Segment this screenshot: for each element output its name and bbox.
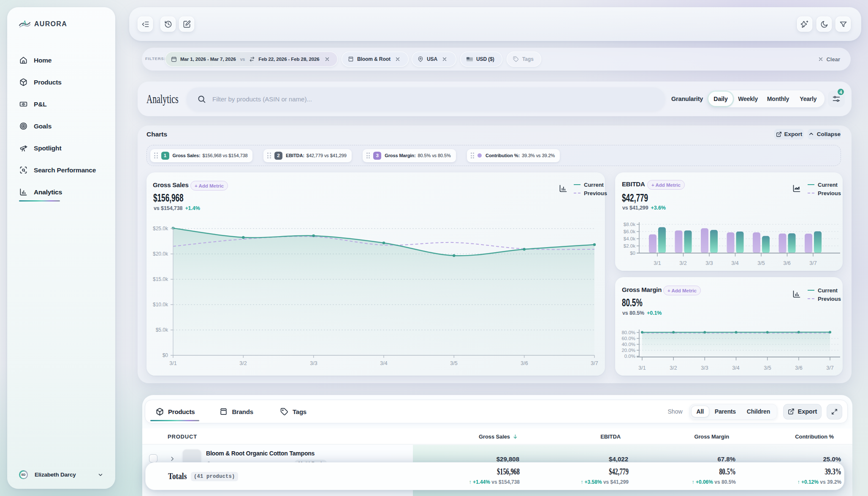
svg-text:3/6: 3/6 — [795, 365, 802, 371]
svg-text:$20.0k: $20.0k — [153, 251, 168, 257]
svg-text:3/4: 3/4 — [380, 360, 387, 366]
svg-text:60.0%: 60.0% — [621, 336, 635, 341]
svg-text:0.0%: 0.0% — [624, 354, 635, 359]
svg-text:3/5: 3/5 — [757, 260, 765, 266]
svg-text:3/2: 3/2 — [239, 360, 247, 366]
svg-text:3/2: 3/2 — [670, 365, 677, 371]
svg-text:3/7: 3/7 — [591, 360, 598, 366]
svg-text:3/5: 3/5 — [764, 365, 771, 371]
svg-text:$5.0k: $5.0k — [156, 327, 168, 333]
svg-text:3/6: 3/6 — [783, 260, 790, 266]
svg-text:$8.0k: $8.0k — [624, 222, 635, 227]
svg-text:3/1: 3/1 — [169, 360, 176, 366]
svg-text:3/1: 3/1 — [638, 365, 646, 371]
svg-text:$25.0k: $25.0k — [153, 226, 168, 232]
svg-text:3/3: 3/3 — [701, 365, 708, 371]
svg-text:3/3: 3/3 — [310, 360, 317, 366]
svg-text:3/3: 3/3 — [705, 260, 713, 266]
svg-text:3/2: 3/2 — [679, 260, 686, 266]
svg-text:20.0%: 20.0% — [621, 348, 635, 353]
svg-text:$6.0k: $6.0k — [624, 229, 635, 234]
svg-text:$0: $0 — [630, 251, 635, 256]
svg-text:3/5: 3/5 — [450, 360, 457, 366]
svg-text:3/6: 3/6 — [521, 360, 528, 366]
svg-text:3/7: 3/7 — [826, 365, 833, 371]
svg-text:$10.0k: $10.0k — [153, 302, 168, 308]
svg-text:3/7: 3/7 — [809, 260, 816, 266]
svg-text:40.0%: 40.0% — [621, 342, 635, 347]
svg-text:3/1: 3/1 — [654, 260, 661, 266]
svg-text:3/4: 3/4 — [732, 365, 739, 371]
svg-text:$4.0k: $4.0k — [624, 236, 635, 241]
svg-text:80.0%: 80.0% — [621, 330, 635, 335]
svg-text:$15.0k: $15.0k — [153, 276, 168, 282]
svg-text:3/4: 3/4 — [731, 260, 738, 266]
svg-text:$2.0k: $2.0k — [624, 243, 635, 248]
svg-text:$0: $0 — [163, 352, 168, 358]
